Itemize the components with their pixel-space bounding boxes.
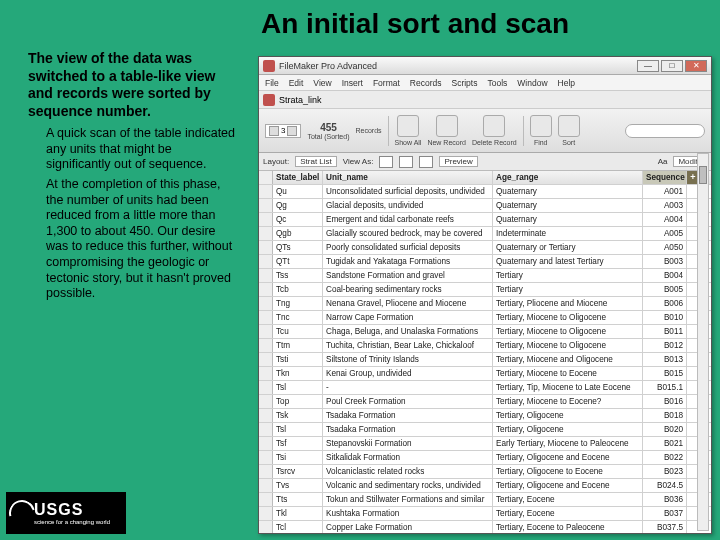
delete-record-icon[interactable] [483,115,505,137]
cell-age[interactable]: Quaternary [493,213,643,226]
minimize-button[interactable]: — [637,60,659,72]
cell-state[interactable]: Tvs [273,479,323,492]
cell-state[interactable]: QTs [273,241,323,254]
cell-sequence[interactable]: B011 [643,325,687,338]
cell-sequence[interactable]: B003 [643,255,687,268]
row-handle[interactable] [259,381,273,394]
cell-sequence[interactable]: B015 [643,367,687,380]
table-row[interactable]: QgbGlacially scoured bedrock, may be cov… [259,227,711,241]
cell-unit[interactable]: Poorly consolidated surficial deposits [323,241,493,254]
cell-unit[interactable]: Tuchita, Christian, Bear Lake, Chickaloo… [323,339,493,352]
cell-age[interactable]: Tertiary, Miocene to Oligocene [493,311,643,324]
table-row[interactable]: TknKenai Group, undividedTertiary, Mioce… [259,367,711,381]
table-row[interactable]: TsiSitkalidak FormationTertiary, Oligoce… [259,451,711,465]
cell-age[interactable]: Quaternary [493,185,643,198]
cell-unit[interactable]: Kushtaka Formation [323,507,493,520]
cell-sequence[interactable]: B024.5 [643,479,687,492]
sort-icon[interactable] [558,115,580,137]
cell-state[interactable]: Qg [273,199,323,212]
cell-age[interactable]: Tertiary, Oligocene and Eocene [493,479,643,492]
cell-age[interactable]: Tertiary, Oligocene [493,423,643,436]
menu-insert[interactable]: Insert [342,78,363,88]
cell-state[interactable]: Ttm [273,339,323,352]
table-row[interactable]: TclCopper Lake FormationTertiary, Eocene… [259,521,711,533]
row-handle[interactable] [259,493,273,506]
cell-unit[interactable]: Volcaniclastic related rocks [323,465,493,478]
table-row[interactable]: TsrcvVolcaniclastic related rocksTertiar… [259,465,711,479]
cell-sequence[interactable]: A001 [643,185,687,198]
cell-state[interactable]: Tkn [273,367,323,380]
cell-sequence[interactable]: B013 [643,353,687,366]
text-toggle[interactable]: Aa [658,157,668,166]
cell-state[interactable]: Tsti [273,353,323,366]
row-handle[interactable] [259,213,273,226]
cell-age[interactable]: Quaternary or Tertiary [493,241,643,254]
table-row[interactable]: QuUnconsolidated surficial deposits, und… [259,185,711,199]
cell-age[interactable]: Tertiary, Oligocene and Eocene [493,451,643,464]
cell-unit[interactable]: Narrow Cape Formation [323,311,493,324]
cell-age[interactable]: Tertiary, Pliocene and Miocene [493,297,643,310]
cell-state[interactable]: Tsl [273,423,323,436]
menu-edit[interactable]: Edit [289,78,304,88]
cell-unit[interactable]: Kenai Group, undivided [323,367,493,380]
cell-unit[interactable]: Volcanic and sedimentary rocks, undivide… [323,479,493,492]
row-handle[interactable] [259,465,273,478]
cell-unit[interactable]: - [323,381,493,394]
cell-sequence[interactable]: B004 [643,269,687,282]
table-row[interactable]: TskTsadaka FormationTertiary, OligoceneB… [259,409,711,423]
view-table-button[interactable] [419,156,433,168]
cell-age[interactable]: Tertiary, Tip, Miocene to Late Eocene [493,381,643,394]
cell-sequence[interactable]: B010 [643,311,687,324]
cell-unit[interactable]: Unconsolidated surficial deposits, undiv… [323,185,493,198]
cell-unit[interactable]: Glacial deposits, undivided [323,199,493,212]
cell-sequence[interactable]: B005 [643,283,687,296]
cell-age[interactable]: Indeterminate [493,227,643,240]
table-row[interactable]: TcbCoal-bearing sedimentary rocksTertiar… [259,283,711,297]
table-row[interactable]: TvsVolcanic and sedimentary rocks, undiv… [259,479,711,493]
cell-state[interactable]: Tsrcv [273,465,323,478]
table-row[interactable]: TsfStepanovskii FormationEarly Tertiary,… [259,437,711,451]
table-row[interactable]: TklKushtaka FormationTertiary, EoceneB03… [259,507,711,521]
table-row[interactable]: TopPoul Creek FormationTertiary, Miocene… [259,395,711,409]
row-handle[interactable] [259,297,273,310]
cell-sequence[interactable]: B022 [643,451,687,464]
cell-state[interactable]: Tss [273,269,323,282]
cell-sequence[interactable]: B021 [643,437,687,450]
cell-age[interactable]: Tertiary, Eocene [493,507,643,520]
close-button[interactable]: ✕ [685,60,707,72]
table-row[interactable]: QgGlacial deposits, undividedQuaternaryA… [259,199,711,213]
cell-state[interactable]: Tng [273,297,323,310]
cell-age[interactable]: Tertiary, Eocene [493,493,643,506]
table-row[interactable]: TtsTokun and Stillwater Formations and s… [259,493,711,507]
table-row[interactable]: TncNarrow Cape FormationTertiary, Miocen… [259,311,711,325]
table-row[interactable]: TslTsadaka FormationTertiary, OligoceneB… [259,423,711,437]
table-row[interactable]: QcEmergent and tidal carbonate reefsQuat… [259,213,711,227]
cell-state[interactable]: Tsk [273,409,323,422]
cell-state[interactable]: Tts [273,493,323,506]
cell-age[interactable]: Tertiary, Miocene to Eocene [493,367,643,380]
cell-sequence[interactable]: A050 [643,241,687,254]
view-list-button[interactable] [399,156,413,168]
cell-unit[interactable]: Tokun and Stillwater Formations and simi… [323,493,493,506]
cell-unit[interactable]: Tsadaka Formation [323,409,493,422]
cell-unit[interactable]: Copper Lake Formation [323,521,493,533]
preview-button[interactable]: Preview [439,156,477,167]
next-record-icon[interactable] [287,126,297,136]
row-handle[interactable] [259,185,273,198]
cell-age[interactable]: Tertiary, Eocene to Paleocene [493,521,643,533]
row-handle[interactable] [259,367,273,380]
cell-sequence[interactable]: B020 [643,423,687,436]
row-handle[interactable] [259,241,273,254]
cell-state[interactable]: Tsi [273,451,323,464]
cell-state[interactable]: Top [273,395,323,408]
row-handle[interactable] [259,395,273,408]
cell-sequence[interactable]: B037 [643,507,687,520]
cell-state[interactable]: Tnc [273,311,323,324]
cell-sequence[interactable]: A004 [643,213,687,226]
cell-unit[interactable]: Siltstone of Trinity Islands [323,353,493,366]
menu-tools[interactable]: Tools [487,78,507,88]
cell-unit[interactable]: Chaga, Beluga, and Unalaska Formations [323,325,493,338]
row-handle[interactable] [259,437,273,450]
menu-help[interactable]: Help [558,78,575,88]
table-row[interactable]: QTsPoorly consolidated surficial deposit… [259,241,711,255]
